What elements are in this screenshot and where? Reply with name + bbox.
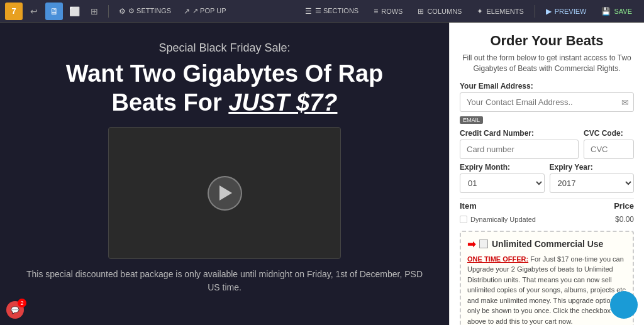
upsell-text: ONE TIME OFFER: For Just $17 one-time yo… <box>467 254 626 325</box>
upsell-title: Unlimited Commercial Use <box>492 239 603 249</box>
item-price: $0.00 <box>597 213 634 226</box>
chat-icon: 💬 <box>11 306 19 314</box>
video-player[interactable] <box>108 127 341 259</box>
gear-icon: ⚙ <box>119 7 126 16</box>
email-icon: ✉ <box>621 97 629 107</box>
cvc-label: CVC Code: <box>584 129 634 138</box>
price-header: Price <box>597 198 634 213</box>
order-subtitle: Fill out the form below to get instant a… <box>460 53 634 74</box>
sections-button[interactable]: ☰ ☰ SECTIONS <box>298 3 365 20</box>
table-row: Dynamically Updated $0.00 <box>460 213 634 226</box>
rows-button[interactable]: ≡ ROWS <box>367 3 409 20</box>
sale-footer: This special discounted beat package is … <box>25 268 424 294</box>
arrow-icon: ➡ <box>467 238 475 250</box>
price-highlight: JUST $7? <box>228 89 337 116</box>
cvc-input[interactable] <box>584 140 634 159</box>
email-input[interactable] <box>460 92 634 112</box>
oto-label: ONE TIME OFFER: <box>467 255 528 263</box>
play-icon <box>219 185 232 201</box>
upsell-checkbox[interactable] <box>479 240 488 248</box>
separator <box>108 5 109 18</box>
expiry-year-select[interactable]: 2017201820192020 <box>550 174 635 193</box>
toolbar: 7 ↩ 🖥 ⬜ ⊞ ⚙ ⚙ SETTINGS ↗ ↗ POP UP ☰ ☰ SE… <box>0 0 644 23</box>
cc-row: Credit Card Number: CVC Code: <box>460 129 634 160</box>
preview-button[interactable]: ▶ PREVIEW <box>539 3 594 20</box>
sale-title: Want Two Gigabytes Of Rap Beats For JUST… <box>66 60 384 117</box>
save-button[interactable]: 💾 SAVE <box>594 3 639 20</box>
logo: 7 <box>5 3 23 20</box>
settings-button[interactable]: ⚙ ⚙ SETTINGS <box>114 3 176 20</box>
help-button[interactable] <box>610 291 638 319</box>
email-field-wrapper: ✉ <box>460 92 634 113</box>
expiry-year-col: Expiry Year: 2017201820192020 <box>550 163 635 193</box>
cc-label: Credit Card Number: <box>460 129 579 138</box>
order-check-row: Dynamically Updated <box>460 216 597 223</box>
left-panel: Special Black Friday Sale: Want Two Giga… <box>0 23 449 325</box>
popup-icon: ↗ <box>184 7 190 16</box>
expiry-year-label: Expiry Year: <box>550 163 635 172</box>
sale-subtitle: Special Black Friday Sale: <box>158 41 290 55</box>
expiry-row: Expiry Month: 01020304 05060708 09101112… <box>460 163 634 193</box>
email-tag: EMAIL <box>460 116 483 124</box>
bottom-icons: 💬 2 <box>6 301 24 319</box>
upsell-box: ➡ Unlimited Commercial Use ONE TIME OFFE… <box>460 231 634 325</box>
undo-button[interactable]: ↩ <box>25 3 43 20</box>
email-label: Your Email Address: <box>460 82 634 91</box>
play-button[interactable] <box>208 176 242 211</box>
elements-icon: ✦ <box>477 7 483 16</box>
save-icon: 💾 <box>601 7 611 16</box>
grid-button[interactable]: ⊞ <box>86 3 103 20</box>
item-header: Item <box>460 198 597 213</box>
mobile-view-button[interactable]: ⬜ <box>65 3 83 20</box>
popup-button[interactable]: ↗ ↗ POP UP <box>179 3 231 20</box>
expiry-month-label: Expiry Month: <box>460 163 545 172</box>
upsell-body: For Just $17 one-time you can Upgrade yo… <box>467 255 626 325</box>
order-check <box>460 216 467 223</box>
upsell-header: ➡ Unlimited Commercial Use <box>467 238 626 250</box>
expiry-month-select[interactable]: 01020304 05060708 09101112 <box>460 174 545 193</box>
cc-col: Credit Card Number: <box>460 129 579 160</box>
columns-icon: ⊞ <box>418 7 424 16</box>
elements-button[interactable]: ✦ ELEMENTS <box>470 3 530 20</box>
toolbar-right: ☰ ☰ SECTIONS ≡ ROWS ⊞ COLUMNS ✦ ELEMENTS… <box>298 3 639 20</box>
cc-input[interactable] <box>460 140 579 159</box>
desktop-view-button[interactable]: 🖥 <box>45 3 63 20</box>
main-content: Special Black Friday Sale: Want Two Giga… <box>0 23 644 325</box>
separator2 <box>535 5 535 18</box>
chat-button[interactable]: 💬 2 <box>6 301 24 319</box>
columns-button[interactable]: ⊞ COLUMNS <box>411 3 469 20</box>
cvc-col: CVC Code: <box>584 129 634 160</box>
rows-icon: ≡ <box>374 7 378 16</box>
expiry-month-col: Expiry Month: 01020304 05060708 09101112 <box>460 163 545 193</box>
sections-icon: ☰ <box>305 7 312 16</box>
item-name: Dynamically Updated <box>470 216 536 223</box>
preview-icon: ▶ <box>546 7 552 16</box>
order-table: Item Price Dynamically Updated $0.00 <box>460 198 634 226</box>
right-panel: Order Your Beats Fill out the form below… <box>449 23 644 325</box>
chat-badge: 2 <box>18 299 26 307</box>
order-title: Order Your Beats <box>460 33 634 49</box>
